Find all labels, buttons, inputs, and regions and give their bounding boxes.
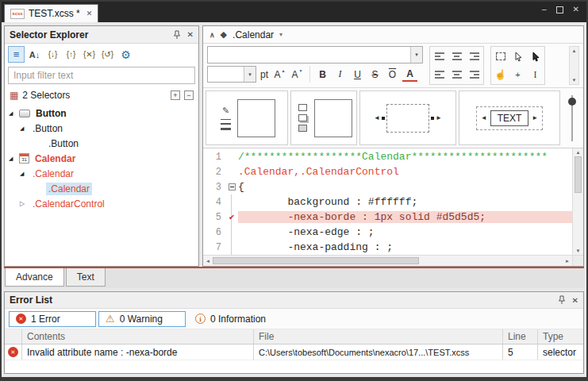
border-preview-box[interactable] [237, 99, 275, 137]
scroll-down-icon[interactable]: ▼ [572, 78, 577, 83]
text-margin-editor[interactable]: ◄ TEXT ► [476, 106, 544, 130]
filter-input[interactable] [8, 67, 195, 84]
text-cursor-button[interactable]: I [527, 66, 544, 83]
tree-item-calendarcontrol[interactable]: ▷ .CalendarControl [5, 196, 198, 211]
sort-az-button[interactable]: A↓ [26, 46, 43, 63]
scroll-right-icon[interactable]: ► [565, 259, 570, 264]
tree-expanded-icon[interactable]: ◢ [9, 110, 19, 117]
tree-item-calendar-class-selected[interactable]: .Calendar [5, 181, 198, 196]
information-filter-button[interactable]: i 0 Information [188, 311, 275, 327]
left-arrow-icon[interactable]: ◄ [481, 114, 487, 121]
tree-item-button-class[interactable]: ◢ .Button [5, 121, 198, 136]
handle-icon[interactable] [431, 117, 434, 120]
scroll-left-icon[interactable]: ◄ [206, 259, 210, 264]
collapse-all-button[interactable]: − [184, 90, 194, 100]
error-table-row[interactable]: ✕ Invalid attribute name : -nexa-borde C… [5, 344, 583, 360]
hand-tool-button[interactable]: ☝ [492, 66, 509, 83]
bold-button[interactable]: B [315, 66, 330, 83]
italic-button[interactable]: I [332, 66, 348, 83]
valign-bottom-button[interactable] [466, 66, 482, 83]
square-filled-icon[interactable] [298, 125, 307, 132]
marquee-select-button[interactable] [492, 48, 509, 65]
column-header-icon[interactable] [5, 329, 22, 344]
align-right-button[interactable] [466, 48, 482, 65]
tab-close-icon[interactable]: ✕ [86, 10, 93, 17]
minimize-button[interactable]: – [542, 6, 547, 13]
tree-item-button[interactable]: ◢ Button [5, 106, 198, 121]
line-thick-icon[interactable] [221, 128, 231, 130]
tree-expanded-icon[interactable]: ◢ [20, 171, 30, 177]
code-text-area[interactable]: 1 /*******************Calendar**********… [203, 148, 572, 255]
square-shadow-icon[interactable] [298, 114, 307, 121]
handle-icon[interactable] [382, 117, 385, 120]
code-line-error[interactable]: 5 ✔ -nexa-borde : 1px solid #d5d5d5; [203, 210, 572, 225]
code-line[interactable]: 1 /*******************Calendar**********… [203, 149, 572, 164]
valign-middle-button[interactable] [448, 66, 465, 83]
code-line[interactable]: 7 -nexa-padding : ; [203, 240, 572, 255]
maximize-button[interactable] [556, 6, 563, 13]
column-header-file[interactable]: File [254, 329, 503, 344]
chevron-down-icon[interactable]: ▾ [410, 47, 422, 63]
tree-item-calendar[interactable]: ◢ 31 Calendar [5, 151, 198, 166]
font-increase-button[interactable]: A▲ [272, 66, 287, 83]
scroll-up-icon[interactable]: ▲ [572, 48, 577, 53]
code-line[interactable]: 2 .Calendar,.CalendarControl [203, 164, 572, 179]
scrollbar-thumb[interactable] [213, 257, 419, 264]
overline-button[interactable]: O [385, 66, 400, 83]
align-center-button[interactable] [448, 48, 465, 65]
tree-item-calendar-class[interactable]: ◢ .Calendar [5, 166, 198, 181]
text-preview-box[interactable]: TEXT [490, 110, 529, 126]
right-arrow-icon[interactable]: ► [436, 114, 442, 121]
add-selector-button[interactable]: {↓} [44, 46, 61, 63]
tree-expanded-icon[interactable]: ◢ [20, 125, 30, 132]
preview-slider[interactable] [567, 94, 578, 143]
background-preview-box[interactable] [314, 99, 352, 137]
padding-preview-box[interactable] [386, 104, 429, 133]
align-left-button[interactable] [431, 48, 448, 65]
code-line[interactable]: 4 background : #ffffff; [203, 194, 572, 210]
add-tool-button[interactable]: + [509, 66, 526, 83]
scroll-up-icon[interactable]: ▲ [576, 150, 581, 155]
warning-filter-button[interactable]: ⚠ 0 Warning [98, 311, 186, 327]
tree-expanded-icon[interactable]: ◢ [9, 156, 19, 162]
valign-top-button[interactable] [431, 66, 448, 83]
underline-button[interactable]: U [350, 66, 365, 83]
toolbar-scrollbar[interactable]: ▲ ▼ [569, 46, 579, 85]
column-header-type[interactable]: Type [538, 329, 583, 344]
pointer-white-button[interactable] [509, 48, 526, 65]
pointer-black-button[interactable] [527, 48, 544, 65]
insert-selector-button[interactable]: {↑} [63, 46, 79, 63]
document-tab[interactable]: xcss TEST.xcss * ✕ [4, 4, 98, 22]
error-filter-button[interactable]: ✕ 1 Error [9, 311, 96, 327]
line-medium-icon[interactable] [221, 123, 231, 125]
tab-text[interactable]: Text [66, 268, 106, 287]
tab-advance[interactable]: Advance [5, 268, 64, 287]
window-close-button[interactable]: ✕ [573, 6, 579, 13]
line-thin-icon[interactable] [221, 119, 231, 120]
right-arrow-icon[interactable]: ► [532, 114, 538, 121]
font-family-select[interactable]: ▾ [207, 46, 423, 64]
pencil-icon[interactable]: ✎ [222, 106, 229, 116]
strikethrough-button[interactable]: S [367, 66, 382, 83]
tree-collapsed-icon[interactable]: ▷ [20, 200, 30, 207]
horizontal-scrollbar[interactable]: ◄ ► [203, 255, 572, 266]
slider-knob[interactable] [568, 98, 576, 106]
chevron-down-icon[interactable]: ▾ [244, 67, 256, 82]
column-header-line[interactable]: Line [503, 329, 538, 344]
panel-close-icon[interactable]: ✕ [572, 296, 578, 305]
code-line[interactable]: 6 -nexa-edge : ; [203, 225, 572, 240]
view-mode-button[interactable]: ≡ [8, 46, 25, 63]
padding-editor[interactable]: ◄ ► [374, 104, 442, 133]
panel-close-icon[interactable]: ✕ [187, 30, 194, 39]
font-color-button[interactable]: A [402, 67, 417, 82]
tree-item-button-class-child[interactable]: .Button [5, 136, 198, 151]
scrollbar-thumb[interactable] [575, 156, 582, 193]
reset-selector-button[interactable]: {↺} [99, 46, 116, 63]
fold-toggle-icon[interactable] [229, 183, 236, 190]
square-outline-icon[interactable] [298, 104, 307, 111]
column-header-contents[interactable]: Contents [22, 329, 254, 344]
left-arrow-icon[interactable]: ◄ [374, 114, 380, 121]
pin-icon[interactable] [173, 30, 181, 40]
expand-all-button[interactable]: + [171, 90, 180, 100]
pin-icon[interactable] [558, 295, 566, 305]
